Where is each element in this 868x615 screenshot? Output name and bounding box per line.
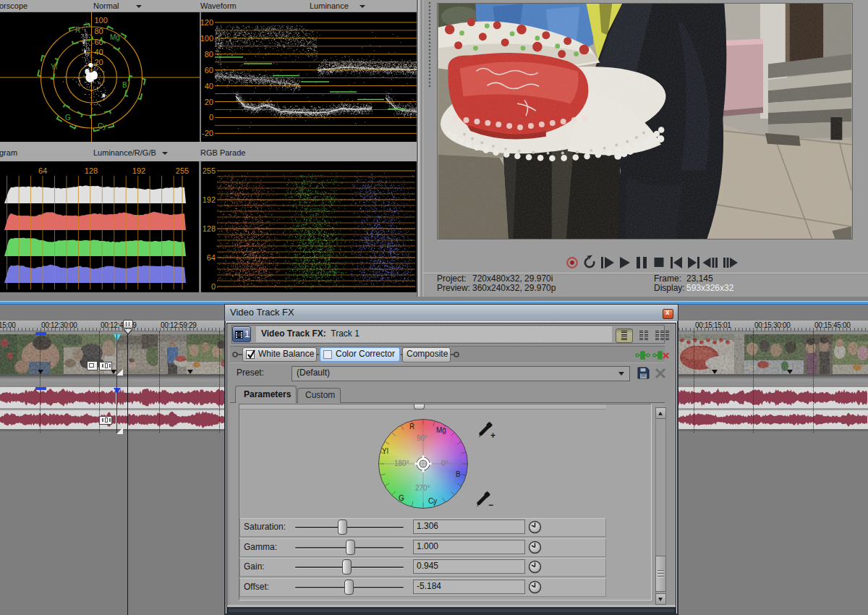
svg-text:G: G: [65, 114, 71, 122]
svg-text:120: 120: [201, 18, 213, 27]
svg-text:0: 0: [211, 282, 216, 291]
svg-text:R: R: [75, 26, 80, 34]
svg-text:+: +: [490, 430, 495, 441]
svg-text:64: 64: [38, 166, 47, 175]
svg-text:20: 20: [205, 98, 213, 106]
svg-text:0: 0: [209, 113, 213, 122]
svg-text:192: 192: [203, 195, 216, 204]
svg-text:40: 40: [205, 82, 213, 90]
svg-text:100: 100: [95, 16, 108, 25]
svg-text:60: 60: [205, 66, 213, 75]
svg-text:128: 128: [203, 224, 216, 233]
svg-text:255: 255: [176, 166, 189, 175]
svg-text:255: 255: [203, 166, 216, 175]
svg-text:80: 80: [205, 50, 213, 59]
svg-text:Mg: Mg: [110, 33, 120, 41]
svg-text:64: 64: [207, 253, 216, 262]
svg-text:−: −: [488, 500, 493, 510]
svg-text:192: 192: [132, 166, 145, 175]
svg-text:100: 100: [201, 34, 213, 43]
svg-text:128: 128: [85, 166, 98, 175]
svg-text:Yl: Yl: [51, 63, 57, 71]
svg-text:20: 20: [95, 58, 103, 67]
svg-text:B: B: [122, 81, 127, 89]
svg-text:Cy: Cy: [98, 122, 106, 130]
svg-text:80: 80: [95, 27, 103, 35]
svg-text:40: 40: [95, 48, 103, 56]
svg-text:-20: -20: [202, 129, 213, 137]
